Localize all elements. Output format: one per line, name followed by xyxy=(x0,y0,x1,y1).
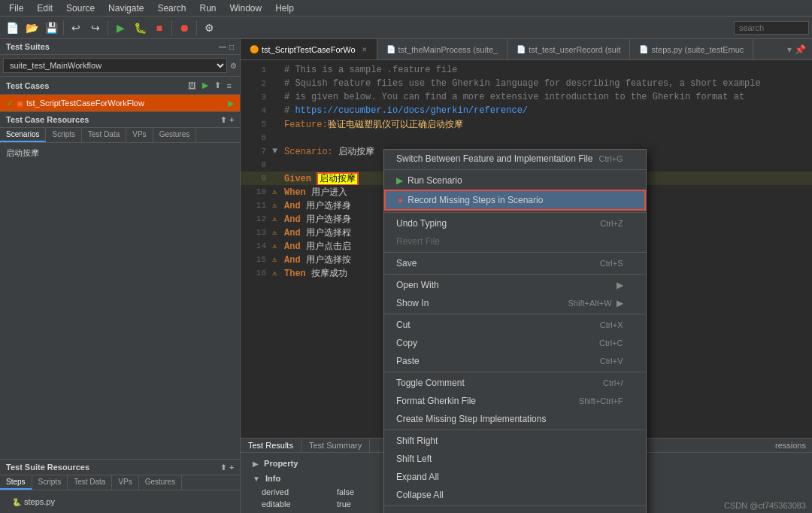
tab-icon-0: 🟠 xyxy=(250,45,259,53)
resources-title-label: Test Case Resources xyxy=(6,115,89,124)
tab-vps[interactable]: VPs xyxy=(126,128,153,142)
context-menu-item-left: Shift Right xyxy=(396,436,438,446)
context-menu-item[interactable]: Format Gherkin FileShift+Ctrl+F xyxy=(384,392,646,410)
tab-test-data[interactable]: Test Data xyxy=(82,128,126,142)
context-menu-item[interactable]: SaveCtrl+S xyxy=(384,254,646,272)
tab-scenarios[interactable]: Scenarios xyxy=(0,128,46,142)
open-button[interactable]: 📂 xyxy=(23,19,41,37)
code-line: 5Feature:验证电磁塑肌仪可以正确启动按摩 xyxy=(241,117,812,131)
context-menu-separator xyxy=(384,274,646,275)
tc-move-up-button[interactable]: ⬆ xyxy=(212,80,223,91)
context-menu-item[interactable]: Undo TypingCtrl+Z xyxy=(384,214,646,232)
run-icon: ▶ xyxy=(228,99,234,108)
test-case-item[interactable]: ✓ ▣ tst_ScriptTestCaseForWorkFlow ▶ xyxy=(0,95,240,111)
steps-file-item[interactable]: 🐍 steps.py xyxy=(6,495,234,508)
context-menu-item[interactable]: Open With▶ xyxy=(384,276,646,294)
context-menu-item[interactable]: Switch Between Feature and Implementatio… xyxy=(384,150,646,168)
context-menu-item[interactable]: Shift Left xyxy=(384,450,646,468)
bottom-tab-summary[interactable]: Test Summary xyxy=(301,439,370,452)
tab-gestures-suite[interactable]: Gestures xyxy=(139,475,183,490)
tc-run-button[interactable]: ▶ xyxy=(200,80,211,91)
context-menu-item[interactable]: ▶Run Scenario xyxy=(384,172,646,190)
tc-filter-button[interactable]: ≡ xyxy=(225,80,234,91)
new-file-button[interactable]: 📄 xyxy=(3,19,21,37)
run-button[interactable]: ▶ xyxy=(111,19,129,37)
menu-file[interactable]: File xyxy=(3,2,29,15)
search-input[interactable] xyxy=(734,21,809,35)
tab-scripts[interactable]: Scripts xyxy=(46,128,82,142)
menu-navigate[interactable]: Navigate xyxy=(102,2,150,15)
tab-gestures[interactable]: Gestures xyxy=(153,128,197,142)
property-key-editable: editable xyxy=(247,499,337,508)
test-cases-header: Test Cases 🖼 ▶ ⬆ ≡ xyxy=(0,77,240,95)
tab-close-0[interactable]: ✕ xyxy=(362,46,368,53)
tab-test-data-suite[interactable]: Test Data xyxy=(68,475,112,490)
tab-steps[interactable]: Steps xyxy=(0,475,32,490)
collapse-icon[interactable]: ▾ xyxy=(787,44,792,55)
res-icon1[interactable]: ⬆ xyxy=(220,116,226,124)
context-menu-item-label: Record Missing Steps in Scenario xyxy=(408,195,543,205)
suite-resources-header: Test Suite Resources ⬆ + xyxy=(0,460,240,475)
context-menu-separator xyxy=(384,314,646,314)
context-menu-item[interactable]: Create Missing Step Implementations xyxy=(384,410,646,428)
menu-window[interactable]: Window xyxy=(223,2,268,15)
settings-button[interactable]: ⚙ xyxy=(200,19,218,37)
context-menu-item-label: Collapse All xyxy=(396,490,444,500)
editor-tab-2[interactable]: 📄 tst_test_userRecord (suit xyxy=(508,39,630,59)
line-content: # This is a sample .feature file xyxy=(284,65,809,75)
context-menu-item[interactable]: Expand All xyxy=(384,468,646,486)
editor-tab-3[interactable]: 📄 steps.py (suite_testEmuc xyxy=(630,39,753,59)
suite-dropdown[interactable]: suite_test_MainWorkflow xyxy=(3,58,227,73)
suite-resources-section: Test Suite Resources ⬆ + Steps Scripts T… xyxy=(0,459,240,513)
context-menu-item-label: Toggle Comment xyxy=(396,378,465,388)
context-menu-item-label: Undo Typing xyxy=(396,218,447,229)
undo-button[interactable]: ↩ xyxy=(67,19,85,37)
suite-res-icon1[interactable]: ⬆ xyxy=(220,463,226,472)
context-menu-item[interactable]: Revert File xyxy=(384,232,646,250)
warning-icon: ⚠ xyxy=(272,256,277,264)
record-button[interactable]: ⏺ xyxy=(175,19,193,37)
redo-button[interactable]: ↪ xyxy=(86,19,105,37)
context-menu-item-right: Ctrl+V xyxy=(600,357,623,366)
res-icon2[interactable]: + xyxy=(229,116,234,124)
steps-file-name: steps.py xyxy=(24,497,55,506)
submenu-arrow-icon: ▶ xyxy=(617,280,623,290)
context-menu-item[interactable]: Show InShift+Alt+W▶ xyxy=(384,294,646,312)
tab-vps-suite[interactable]: VPs xyxy=(112,475,138,490)
context-menu-item[interactable]: PasteCtrl+V xyxy=(384,352,646,370)
context-menu-item-right: Ctrl+Z xyxy=(600,219,623,228)
test-cases-title-label: Test Cases xyxy=(6,81,49,90)
tab-scripts-suite[interactable]: Scripts xyxy=(32,475,68,490)
code-line: 3# is given below. You can find a more e… xyxy=(241,90,812,104)
maximize-icon[interactable]: □ xyxy=(229,43,234,51)
tc-add-button[interactable]: 🖼 xyxy=(186,80,198,91)
menu-edit[interactable]: Edit xyxy=(31,2,59,15)
save-button[interactable]: 💾 xyxy=(42,19,60,37)
context-menu-item[interactable]: Replace With▶ xyxy=(384,508,646,513)
context-menu-item[interactable]: Toggle CommentCtrl+/ xyxy=(384,374,646,392)
menu-run[interactable]: Run xyxy=(193,2,222,15)
editor-tab-1[interactable]: 📄 tst_theMainProcess (suite_ xyxy=(377,39,508,59)
toolbar-sep-4 xyxy=(196,20,197,35)
debug-button[interactable]: 🐛 xyxy=(131,19,149,37)
editor-tab-0[interactable]: 🟠 tst_ScriptTestCaseForWo ✕ xyxy=(241,39,377,59)
stop-button[interactable]: ■ xyxy=(150,19,168,37)
context-menu-item[interactable]: ●Record Missing Steps in Scenario xyxy=(384,190,646,211)
suite-res-icon2[interactable]: + xyxy=(229,463,234,472)
context-menu-item[interactable]: CutCtrl+X xyxy=(384,316,646,334)
property-label: Property xyxy=(264,459,298,468)
context-menu-item[interactable]: CopyCtrl+C xyxy=(384,334,646,352)
warning-icon: ⚠ xyxy=(272,215,277,223)
menu-help[interactable]: Help xyxy=(269,2,300,15)
left-panel: Test Suites — □ suite_test_MainWorkflow … xyxy=(0,39,241,513)
context-menu-item[interactable]: Collapse All xyxy=(384,486,646,504)
pin-icon[interactable]: 📌 xyxy=(795,44,806,55)
menu-source[interactable]: Source xyxy=(60,2,101,15)
suite-settings-icon[interactable]: ⚙ xyxy=(230,62,237,70)
context-menu-item-left: Expand All xyxy=(396,472,439,482)
context-menu-item[interactable]: Shift Right xyxy=(384,432,646,450)
menu-search[interactable]: Search xyxy=(151,2,192,15)
context-menu-item-right: Ctrl+S xyxy=(600,259,623,268)
minimize-icon[interactable]: — xyxy=(219,43,226,51)
bottom-tab-results[interactable]: Test Results xyxy=(241,439,301,452)
